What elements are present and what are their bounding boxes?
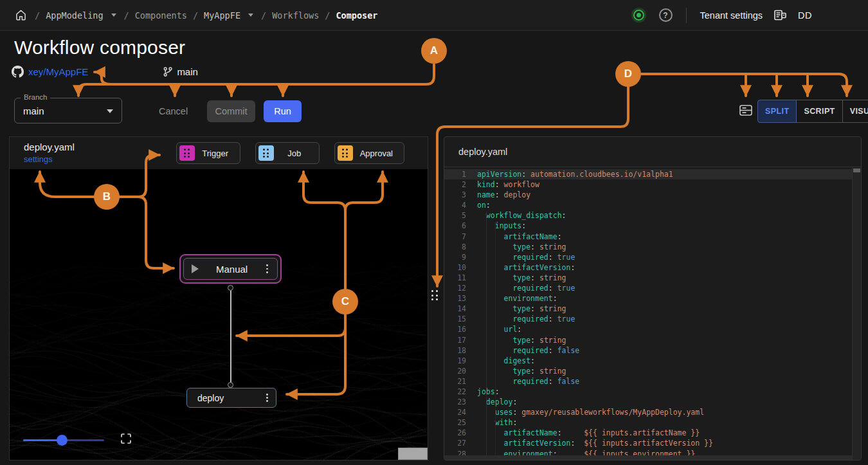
breadcrumb-separator: / bbox=[261, 10, 266, 21]
drag-dots-icon bbox=[258, 145, 274, 161]
breadcrumb-myappfe[interactable]: MyAppFE bbox=[204, 10, 240, 21]
divider bbox=[686, 8, 687, 23]
breadcrumb-separator: / bbox=[325, 10, 330, 21]
code-line: 25 with: bbox=[444, 417, 852, 428]
repository-link[interactable]: xey/MyAppFE bbox=[28, 66, 88, 77]
code-line: 11 type: string bbox=[444, 273, 852, 283]
script-file-name: deploy.yaml bbox=[458, 147, 507, 157]
code-lines: 1apiVersion: automation.cloudbees.io/v1a… bbox=[444, 169, 852, 459]
code-line: 4on: bbox=[444, 200, 852, 210]
split-view-icon[interactable] bbox=[739, 105, 752, 116]
cancel-button[interactable]: Cancel bbox=[159, 100, 188, 122]
top-navigation-bar: / AppModeling / Components / MyAppFE / W… bbox=[0, 0, 868, 31]
branch-ref-label: main bbox=[177, 66, 198, 77]
git-branch-icon bbox=[163, 66, 173, 77]
code-line: 14 type: string bbox=[444, 304, 852, 314]
code-line: 18 required: false bbox=[444, 345, 852, 356]
branch-ref: main bbox=[163, 66, 198, 77]
palette-chip-trigger[interactable]: Trigger bbox=[176, 142, 240, 164]
tab-split[interactable]: SPLIT bbox=[757, 100, 797, 123]
status-indicator-icon[interactable] bbox=[633, 10, 644, 21]
code-line: 17 type: string bbox=[444, 335, 852, 345]
commit-button[interactable]: Commit bbox=[207, 100, 255, 122]
tab-script[interactable]: SCRIPT bbox=[796, 100, 842, 123]
code-line: 23 deploy: bbox=[444, 397, 852, 407]
code-line: 6 inputs: bbox=[444, 221, 852, 231]
scrollbar-thumb[interactable] bbox=[853, 169, 860, 172]
annotation-badge-b: B bbox=[94, 184, 120, 210]
code-line: 8 type: string bbox=[444, 242, 852, 252]
drag-dots-icon bbox=[179, 145, 195, 161]
code-line: 12 required: true bbox=[444, 283, 852, 293]
breadcrumb-components[interactable]: Components bbox=[135, 10, 187, 21]
home-icon[interactable] bbox=[15, 10, 26, 21]
breadcrumb-workflows[interactable]: Workflows bbox=[272, 10, 319, 21]
play-icon bbox=[192, 264, 199, 273]
panel-resize-handle[interactable] bbox=[431, 290, 438, 300]
view-mode-tabs: SPLIT SCRIPT VISUAL bbox=[757, 100, 868, 123]
code-line: 20 type: string bbox=[444, 366, 852, 376]
yaml-code-editor[interactable]: 1apiVersion: automation.cloudbees.io/v1a… bbox=[444, 168, 861, 460]
node-connector-edge bbox=[230, 291, 231, 383]
code-line: 22jobs: bbox=[444, 387, 852, 397]
breadcrumb-separator: / bbox=[35, 10, 40, 21]
code-line: 2kind: workflow bbox=[444, 179, 852, 190]
code-line: 21 required: false bbox=[444, 376, 852, 387]
kebab-menu-icon[interactable] bbox=[265, 391, 269, 405]
horizontal-scrollbar[interactable] bbox=[444, 455, 853, 460]
code-line: 16 url: bbox=[444, 324, 852, 334]
code-line: 1apiVersion: automation.cloudbees.io/v1a… bbox=[444, 169, 852, 179]
drag-dots-icon bbox=[338, 145, 353, 161]
code-line: 3name: deploy bbox=[444, 190, 852, 200]
breadcrumb-separator: / bbox=[124, 10, 129, 21]
branch-select-value: main bbox=[23, 105, 44, 116]
branch-select[interactable]: Branch main bbox=[14, 98, 122, 123]
settings-link[interactable]: settings bbox=[24, 154, 75, 164]
job-node-deploy[interactable]: deploy bbox=[186, 388, 276, 408]
chevron-down-icon[interactable] bbox=[111, 14, 116, 17]
annotation-badge-a: A bbox=[421, 38, 447, 64]
code-line: 9 required: true bbox=[444, 252, 852, 262]
code-line: 10 artifactVersion: bbox=[444, 262, 852, 273]
breadcrumb-appmodeling[interactable]: AppModeling bbox=[46, 10, 103, 21]
breadcrumb: / AppModeling / Components / MyAppFE / W… bbox=[0, 10, 377, 21]
tab-visual[interactable]: VISUAL bbox=[842, 100, 868, 123]
annotation-badge-d: D bbox=[615, 61, 641, 87]
kebab-menu-icon[interactable] bbox=[265, 262, 269, 275]
vertical-scrollbar[interactable] bbox=[852, 168, 861, 460]
script-panel-header: deploy.yaml bbox=[444, 137, 861, 167]
visual-panel-header: deploy.yaml settings Trigger Job Approva… bbox=[10, 137, 428, 169]
code-line: 19 digest: bbox=[444, 356, 852, 366]
annotation-badge-c: C bbox=[332, 289, 358, 315]
node-label: Manual bbox=[205, 264, 258, 275]
branch-select-label: Branch bbox=[21, 93, 50, 101]
chip-label: Approval bbox=[353, 149, 401, 158]
tenant-settings-link[interactable]: Tenant settings bbox=[700, 10, 763, 21]
chip-label: Trigger bbox=[195, 149, 237, 158]
chevron-down-icon[interactable] bbox=[248, 14, 253, 17]
zoom-slider-thumb[interactable] bbox=[57, 435, 68, 446]
run-button[interactable]: Run bbox=[264, 100, 302, 122]
minimap-viewport[interactable] bbox=[398, 448, 428, 460]
github-icon bbox=[12, 66, 24, 78]
fit-view-icon[interactable] bbox=[120, 433, 132, 444]
code-line: 15 required: true bbox=[444, 314, 852, 324]
palette-chip-job[interactable]: Job bbox=[255, 142, 320, 164]
code-line: 5 workflow_dispatch: bbox=[444, 210, 852, 221]
trigger-node-manual[interactable]: Manual bbox=[179, 254, 282, 284]
user-menu[interactable]: DD bbox=[798, 10, 812, 21]
code-line: 26 artifactName: ${{ inputs.artifactName… bbox=[444, 428, 852, 438]
breadcrumb-composer: Composer bbox=[336, 10, 377, 21]
chip-label: Job bbox=[274, 149, 316, 158]
connector-port[interactable] bbox=[228, 285, 233, 291]
organization-icon[interactable] bbox=[773, 9, 787, 21]
visual-file-name: deploy.yaml bbox=[24, 141, 75, 152]
page-title: Workflow composer bbox=[14, 37, 185, 59]
script-editor-panel: deploy.yaml 1apiVersion: automation.clou… bbox=[444, 136, 862, 460]
workflow-canvas[interactable] bbox=[10, 169, 428, 460]
code-line: 24 uses: gmaxey/reusableworkflows/MyAppD… bbox=[444, 407, 852, 417]
palette-chip-approval[interactable]: Approval bbox=[334, 142, 404, 164]
zoom-slider-fill bbox=[23, 439, 62, 441]
help-icon[interactable]: ? bbox=[659, 8, 673, 22]
connector-port[interactable] bbox=[228, 382, 233, 388]
